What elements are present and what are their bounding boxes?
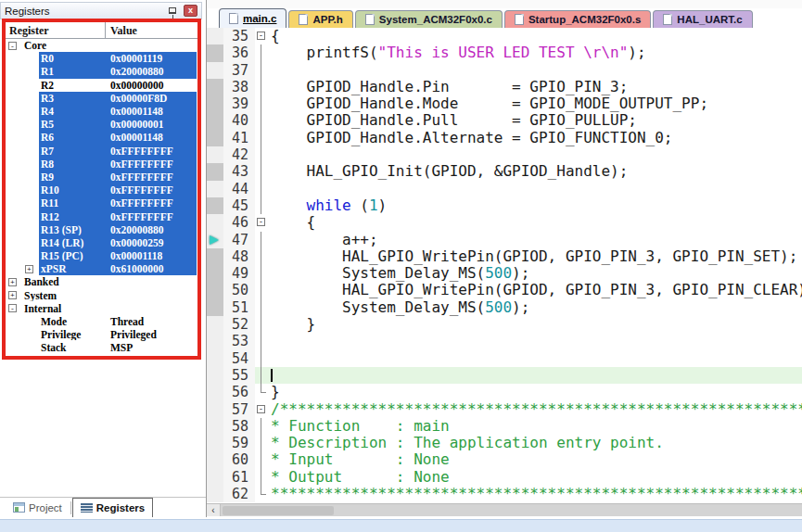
code-text[interactable]: GPIOD_Handle.Mode = GPIO_MODE_OUTPUT_PP; xyxy=(267,95,802,112)
breakpoint-gutter[interactable] xyxy=(207,451,223,468)
register-row[interactable]: R10x20000880 xyxy=(6,65,197,78)
code-text[interactable]: GPIOD_Handle.Pull = GPIO_PULLUP; xyxy=(267,112,802,129)
code-text[interactable]: { xyxy=(267,214,802,231)
code-text[interactable]: GPIOD_Handle.Alternate = GPIO_FUNCTION_0… xyxy=(267,130,802,146)
breakpoint-gutter[interactable] xyxy=(207,79,223,95)
register-row[interactable]: +System xyxy=(6,289,197,302)
code-text[interactable] xyxy=(267,367,802,384)
register-row[interactable]: +xPSR0x61000000 xyxy=(6,262,197,275)
code-line[interactable]: 56} xyxy=(207,384,802,400)
breakpoint-gutter[interactable] xyxy=(207,469,223,486)
breakpoint-gutter[interactable] xyxy=(207,486,223,502)
register-row[interactable]: R120xFFFFFFFF xyxy=(6,209,197,222)
register-row[interactable]: R15 (PC)0x00001118 xyxy=(6,249,197,262)
code-line[interactable]: 59* Description : The application entry … xyxy=(207,435,802,451)
breakpoint-gutter[interactable] xyxy=(207,163,223,180)
register-row[interactable]: R13 (SP)0x20000880 xyxy=(6,223,197,236)
register-row[interactable]: StackMSP xyxy=(6,341,197,354)
file-tab-APP.h[interactable]: APP.h xyxy=(288,10,352,28)
register-row[interactable]: R14 (LR)0x00000259 xyxy=(6,236,197,249)
code-text[interactable] xyxy=(267,146,802,163)
breakpoint-gutter[interactable] xyxy=(207,44,223,61)
code-line[interactable]: 57-/************************************… xyxy=(207,401,802,418)
code-text[interactable]: GPIOD_Handle.Pin = GPIO_PIN_3; xyxy=(267,79,802,95)
register-row[interactable]: R40x00001148 xyxy=(6,105,197,118)
register-row[interactable]: R90xFFFFFFFF xyxy=(6,171,197,184)
code-line[interactable]: 35-{ xyxy=(207,28,802,44)
breakpoint-gutter[interactable] xyxy=(207,401,223,418)
code-line[interactable]: 36 printfS("This is USER LED TEST \r\n")… xyxy=(207,44,802,61)
code-line[interactable]: 44 xyxy=(207,181,802,197)
code-text[interactable]: } xyxy=(267,384,802,400)
code-text[interactable]: { xyxy=(267,28,802,44)
breakpoint-gutter[interactable] xyxy=(207,316,223,333)
code-line[interactable]: 37 xyxy=(207,62,802,79)
code-line[interactable]: 46- { xyxy=(207,214,802,231)
code-line[interactable]: 60* Input : None xyxy=(207,451,802,468)
breakpoint-gutter[interactable] xyxy=(207,384,223,400)
code-text[interactable]: ****************************************… xyxy=(267,486,802,502)
code-text[interactable] xyxy=(267,333,802,349)
code-text[interactable] xyxy=(267,350,802,367)
file-tab-main.c[interactable]: main.c xyxy=(219,8,286,28)
breakpoint-gutter[interactable] xyxy=(207,95,223,112)
register-row[interactable]: ModeThread xyxy=(6,315,197,328)
register-row[interactable]: R30x00000F8D xyxy=(6,92,197,105)
file-tab-Startup_ACM32F0x0.s[interactable]: Startup_ACM32F0x0.s xyxy=(504,10,651,28)
code-line[interactable]: 42 xyxy=(207,146,802,163)
breakpoint-gutter[interactable] xyxy=(207,214,223,231)
register-row[interactable]: +Banked xyxy=(6,275,197,288)
code-text[interactable]: * Description : The application entry po… xyxy=(267,435,802,451)
register-row[interactable]: R100xFFFFFFFF xyxy=(6,184,197,196)
file-tab-HAL_UART.c[interactable]: HAL_UART.c xyxy=(653,10,752,28)
breakpoint-gutter[interactable] xyxy=(207,232,223,248)
register-row[interactable]: R60x00001148 xyxy=(6,131,197,144)
breakpoint-gutter[interactable] xyxy=(207,333,223,349)
code-text[interactable]: } xyxy=(267,316,802,333)
register-row[interactable]: R70xFFFFFFFF xyxy=(6,145,197,158)
code-line[interactable]: 55 xyxy=(207,367,802,384)
code-text[interactable] xyxy=(267,181,802,197)
register-row[interactable]: R110xFFFFFFFF xyxy=(6,196,197,209)
register-row[interactable]: R80xFFFFFFFF xyxy=(6,158,197,171)
code-text[interactable]: a++; xyxy=(267,232,802,248)
scroll-left-icon[interactable]: ‹ xyxy=(207,504,221,516)
pin-icon[interactable] xyxy=(169,7,176,14)
code-line[interactable]: 51 System_Delay_MS(500); xyxy=(207,299,802,316)
code-text[interactable]: /***************************************… xyxy=(267,401,802,418)
fold-margin[interactable]: - xyxy=(255,28,267,44)
fold-collapse-icon[interactable]: - xyxy=(257,32,265,40)
code-text[interactable]: HAL_GPIO_Init(GPIOD, &GPIOD_Handle); xyxy=(267,163,802,180)
breakpoint-gutter[interactable] xyxy=(207,181,223,197)
fold-margin[interactable]: - xyxy=(255,401,267,418)
breakpoint-gutter[interactable] xyxy=(207,350,223,367)
breakpoint-gutter[interactable] xyxy=(207,130,223,146)
code-line[interactable]: 47 a++; xyxy=(207,232,802,248)
register-row[interactable]: R20x00000000 xyxy=(6,79,197,92)
breakpoint-gutter[interactable] xyxy=(207,418,223,435)
code-line[interactable]: 43 HAL_GPIO_Init(GPIOD, &GPIOD_Handle); xyxy=(207,163,802,180)
code-line[interactable]: 61* Output : None xyxy=(207,469,802,486)
code-line[interactable]: 40 GPIOD_Handle.Pull = GPIO_PULLUP; xyxy=(207,112,802,129)
code-text[interactable]: * Output : None xyxy=(267,469,802,486)
breakpoint-gutter[interactable] xyxy=(207,265,223,282)
breakpoint-gutter[interactable] xyxy=(207,197,223,214)
code-line[interactable]: 50 HAL_GPIO_WritePin(GPIOD, GPIO_PIN_3, … xyxy=(207,282,802,298)
register-row[interactable]: R00x00001119 xyxy=(6,52,197,65)
close-icon[interactable]: x xyxy=(184,5,197,17)
breakpoint-gutter[interactable] xyxy=(207,282,223,298)
breakpoint-gutter[interactable] xyxy=(207,299,223,316)
breakpoint-gutter[interactable] xyxy=(207,28,223,44)
code-line[interactable]: 53 xyxy=(207,333,802,349)
code-line[interactable]: 38 GPIOD_Handle.Pin = GPIO_PIN_3; xyxy=(207,79,802,95)
breakpoint-gutter[interactable] xyxy=(207,435,223,451)
breakpoint-gutter[interactable] xyxy=(207,62,223,79)
bottom-tab-registers[interactable]: Registers xyxy=(72,498,153,517)
code-text[interactable]: printfS("This is USER LED TEST \r\n"); xyxy=(267,44,802,61)
code-line[interactable]: 41 GPIOD_Handle.Alternate = GPIO_FUNCTIO… xyxy=(207,130,802,146)
scrollbar-thumb[interactable] xyxy=(223,506,334,515)
breakpoint-gutter[interactable] xyxy=(207,112,223,129)
code-text[interactable]: System_Delay_MS(500); xyxy=(267,265,802,282)
breakpoint-gutter[interactable] xyxy=(207,146,223,163)
code-area[interactable]: 35-{36 printfS("This is USER LED TEST \r… xyxy=(207,28,802,503)
